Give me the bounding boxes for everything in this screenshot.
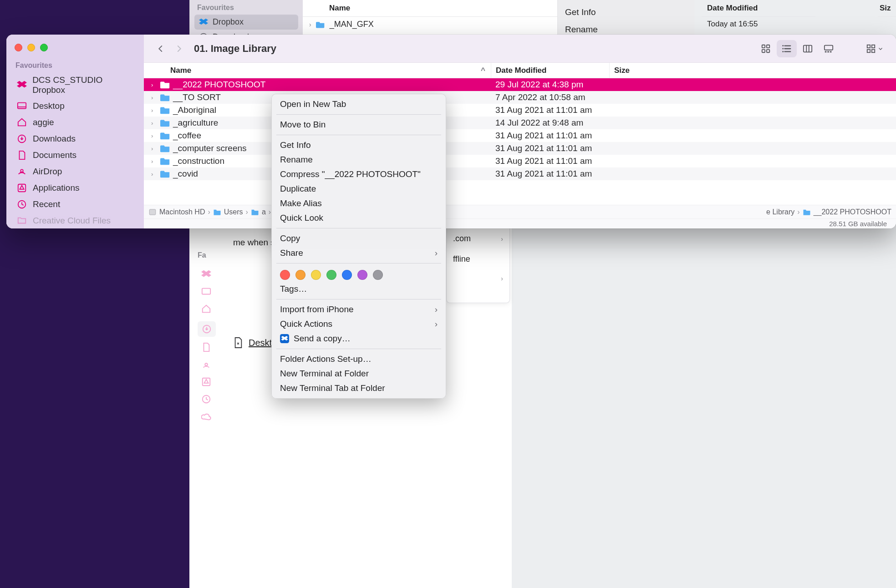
menu-tags[interactable]: Tags… xyxy=(272,282,446,296)
date-column-header[interactable]: Date Modified xyxy=(491,63,609,78)
file-name: __2022 PHOTOSHOOT xyxy=(173,80,265,90)
list-view-button[interactable] xyxy=(777,40,797,57)
forward-button[interactable] xyxy=(171,41,187,56)
disclosure-icon[interactable]: › xyxy=(151,120,158,127)
document-icon[interactable] xyxy=(201,342,213,354)
icon-view-button[interactable] xyxy=(756,40,776,57)
path-crumb[interactable]: e Library xyxy=(766,208,794,216)
menu-copy[interactable]: Copy xyxy=(272,231,446,246)
bg-popover-line[interactable]: › xyxy=(447,269,509,288)
disclosure-icon[interactable]: › xyxy=(309,21,311,28)
bg-mini-sidebar: Fa xyxy=(198,251,220,429)
menu-make-alias[interactable]: Make Alias xyxy=(272,196,446,211)
file-name: __TO SORT xyxy=(173,92,221,102)
sidebar-item-home[interactable]: aggie xyxy=(13,114,137,131)
size-column-header[interactable]: Size xyxy=(609,63,896,78)
tag-color-button[interactable] xyxy=(357,270,367,280)
disclosure-icon[interactable]: › xyxy=(151,81,158,88)
sidebar-item-desktop[interactable]: Desktop xyxy=(13,98,137,114)
path-crumb[interactable]: a xyxy=(251,208,266,216)
recent-icon[interactable] xyxy=(201,394,213,406)
file-row[interactable]: ›__TO SORT7 Apr 2022 at 10:58 am xyxy=(144,91,896,104)
bg-date-value: Today at 16:55 xyxy=(702,17,815,31)
menu-duplicate[interactable]: Duplicate xyxy=(272,182,446,196)
file-row[interactable]: ›_computer screens31 Aug 2021 at 11:01 a… xyxy=(144,142,896,155)
menu-compress[interactable]: Compress "__2022 PHOTOSHOOT" xyxy=(272,167,446,182)
tag-color-button[interactable] xyxy=(280,270,290,280)
bg-desktop-link[interactable]: Deskto xyxy=(233,337,277,349)
path-crumb[interactable]: Users xyxy=(213,208,243,216)
svg-point-15 xyxy=(782,45,784,46)
bg-text-snippet: me when s xyxy=(233,238,275,248)
menu-folder-actions[interactable]: Folder Actions Set-up… xyxy=(272,352,446,366)
menu-open-new-tab[interactable]: Open in New Tab xyxy=(272,97,446,112)
column-view-button[interactable] xyxy=(798,40,818,57)
sidebar-item-dropbox[interactable]: DCS CS_STUDIO Dropbox xyxy=(13,72,137,98)
path-crumb[interactable]: __2022 PHOTOSHOOT xyxy=(803,208,891,216)
file-list-area: Name ^ Date Modified Size ›__2022 PHOTOS… xyxy=(144,63,896,228)
file-row[interactable]: ›_Aboriginal31 Aug 2021 at 11:01 am xyxy=(144,104,896,117)
back-button[interactable] xyxy=(153,41,168,56)
menu-new-terminal-tab[interactable]: New Terminal Tab at Folder xyxy=(272,381,446,395)
sidebar-item-applications[interactable]: Applications xyxy=(13,180,137,196)
disclosure-icon[interactable]: › xyxy=(151,107,158,114)
cloud-icon[interactable] xyxy=(201,411,213,423)
menu-import-iphone[interactable]: Import from iPhone› xyxy=(272,302,446,317)
chevron-right-icon: › xyxy=(435,319,438,329)
dropbox-icon[interactable] xyxy=(201,269,213,281)
bg-sidebar-item-dropbox[interactable]: Dropbox xyxy=(194,15,298,30)
sidebar-item-creative-cloud[interactable]: Creative Cloud Files xyxy=(13,213,137,228)
desktop-icon[interactable] xyxy=(201,287,213,299)
menu-send-copy[interactable]: Send a copy… xyxy=(272,331,446,346)
file-row[interactable]: ›__2022 PHOTOSHOOT29 Jul 2022 at 4:38 pm xyxy=(144,78,896,91)
file-name: _construction xyxy=(173,156,224,166)
chevron-right-icon: › xyxy=(435,304,438,314)
disclosure-icon[interactable]: › xyxy=(151,94,158,101)
menu-rename[interactable]: Rename xyxy=(272,152,446,167)
menu-quick-look[interactable]: Quick Look xyxy=(272,211,446,225)
path-crumb[interactable]: Macintosh HD xyxy=(148,208,205,216)
airdrop-icon[interactable] xyxy=(201,360,213,371)
menu-move-to-bin[interactable]: Move to Bin xyxy=(272,117,446,132)
file-date: 7 Apr 2022 at 10:58 am xyxy=(491,92,609,102)
sidebar-item-airdrop[interactable]: AirDrop xyxy=(13,163,137,180)
sidebar-item-label: AirDrop xyxy=(33,167,62,177)
tag-color-button[interactable] xyxy=(373,270,383,280)
sidebar-item-label: Documents xyxy=(33,150,76,160)
minimize-button[interactable] xyxy=(27,44,35,51)
tag-color-button[interactable] xyxy=(326,270,336,280)
sidebar-item-downloads[interactable]: Downloads xyxy=(13,131,137,147)
sidebar-item-documents[interactable]: Documents xyxy=(13,147,137,163)
home-icon[interactable] xyxy=(201,304,213,316)
disclosure-icon[interactable]: › xyxy=(151,171,158,177)
group-by-button[interactable] xyxy=(862,40,887,57)
bg-date-header[interactable]: Date Modified xyxy=(702,0,815,17)
menu-get-info[interactable]: Get Info xyxy=(272,138,446,152)
bg-name-header[interactable]: Name xyxy=(303,0,557,17)
file-row[interactable]: ›_covid31 Aug 2021 at 11:01 am xyxy=(144,167,896,180)
disclosure-icon[interactable]: › xyxy=(151,145,158,152)
tag-color-button[interactable] xyxy=(295,270,305,280)
menu-quick-actions[interactable]: Quick Actions› xyxy=(272,317,446,331)
bg-size-header[interactable]: Siz xyxy=(878,0,896,17)
apps-icon[interactable] xyxy=(201,377,213,389)
gallery-view-button[interactable] xyxy=(819,40,839,57)
file-row[interactable]: ›_coffee31 Aug 2021 at 11:01 am xyxy=(144,129,896,142)
disclosure-icon[interactable]: › xyxy=(151,132,158,139)
folder-icon xyxy=(160,105,170,115)
maximize-button[interactable] xyxy=(40,44,48,51)
bg-popover-line[interactable]: .com› xyxy=(447,228,509,249)
menu-share[interactable]: Share› xyxy=(272,246,446,260)
close-button[interactable] xyxy=(15,44,22,51)
disclosure-icon[interactable]: › xyxy=(151,158,158,165)
download-icon[interactable] xyxy=(198,321,216,337)
file-row[interactable]: ›_construction31 Aug 2021 at 11:01 am xyxy=(144,155,896,167)
bg-file-row[interactable]: › _MAN_GFX xyxy=(303,17,557,32)
tag-color-button[interactable] xyxy=(311,270,321,280)
tag-color-button[interactable] xyxy=(342,270,352,280)
file-row[interactable]: ›_agriculture14 Jul 2022 at 9:48 am xyxy=(144,117,896,129)
bg-menu-get-info[interactable]: Get Info xyxy=(565,4,687,21)
menu-new-terminal[interactable]: New Terminal at Folder xyxy=(272,366,446,381)
sidebar-item-recent[interactable]: Recent xyxy=(13,196,137,213)
name-column-header[interactable]: Name ^ xyxy=(144,66,491,75)
